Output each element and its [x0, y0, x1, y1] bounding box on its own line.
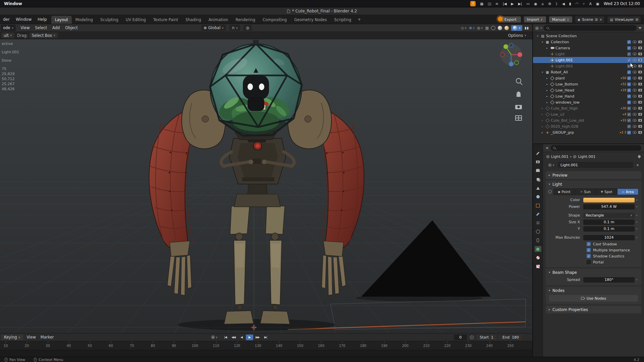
frame-start-field[interactable]: Start1: [477, 335, 496, 340]
new-viewlayer-icon[interactable]: ⊞: [636, 18, 638, 21]
scene-selector[interactable]: ◆ Scene ⊞ ×: [575, 16, 604, 23]
light-type-button[interactable]: ▼Spot: [596, 189, 618, 195]
expand-arrow-icon[interactable]: ▾: [541, 71, 544, 74]
checkbox[interactable]: ✓: [587, 242, 591, 246]
properties-tab[interactable]: [535, 211, 541, 217]
light-checkbox-row[interactable]: ✓ Portal: [587, 259, 641, 265]
exclude-checkbox[interactable]: ✓: [627, 125, 631, 128]
timeline-marker-menu[interactable]: Marker: [38, 335, 56, 340]
xray-toggle[interactable]: ▥: [485, 26, 489, 30]
animate-dot-icon[interactable]: [635, 199, 639, 200]
macos-status-icon[interactable]: ≡: [495, 2, 498, 6]
outliner-item-label[interactable]: Low_Hand: [555, 94, 626, 99]
hide-eye-icon[interactable]: [633, 71, 637, 73]
render-visibility-icon[interactable]: [638, 65, 642, 67]
outliner-item-label[interactable]: Low_Bottom: [555, 82, 620, 86]
transport-button[interactable]: ◀: [238, 335, 245, 340]
outliner-row[interactable]: ▸ Low_Hand ✓: [533, 93, 644, 99]
expand-arrow-icon[interactable]: ▸: [545, 89, 549, 92]
expand-arrow-icon[interactable]: ▸: [541, 113, 544, 116]
workspace-tab[interactable]: Shading: [182, 16, 205, 24]
macos-status-icon[interactable]: |◀: [503, 2, 507, 6]
macos-status-icon[interactable]: ᛒ: [555, 2, 557, 6]
outliner-item-label[interactable]: Collection: [551, 40, 626, 44]
expand-arrow-icon[interactable]: ▸: [545, 47, 549, 50]
workspace-tab[interactable]: Geometry Nodes: [290, 16, 330, 24]
use-nodes-button[interactable]: Use Nodes: [549, 295, 638, 302]
expand-arrow-icon[interactable]: ▸: [541, 107, 544, 110]
properties-tab[interactable]: [535, 168, 541, 174]
workspace-tab[interactable]: Layout: [51, 16, 72, 24]
outliner-row[interactable]: ▸ Low_Head 19 ✓: [533, 87, 644, 93]
exclude-checkbox[interactable]: ✓: [627, 107, 631, 110]
snap-toggle[interactable]: ∩ ∨: [229, 25, 240, 31]
macos-upload-icon[interactable]: ↑: [470, 1, 476, 6]
outliner-search-input[interactable]: [544, 25, 637, 31]
hide-eye-icon[interactable]: [633, 89, 637, 92]
pan-hand-icon[interactable]: [517, 92, 521, 97]
macos-status-icon[interactable]: ▣: [596, 2, 599, 6]
macos-status-icon[interactable]: ⌂: [541, 2, 544, 6]
unlink-button[interactable]: ×: [635, 162, 641, 168]
animate-dot-icon[interactable]: [635, 215, 639, 216]
expand-arrow-icon[interactable]: ▸: [541, 131, 544, 134]
macos-status-icon[interactable]: ◀: [562, 2, 565, 6]
outliner-row[interactable]: Light.001 ✓: [533, 57, 644, 63]
light-type-button[interactable]: ●Point: [554, 189, 575, 195]
outliner-item-label[interactable]: Light.002: [555, 64, 626, 68]
exclude-checkbox[interactable]: ✓: [627, 95, 631, 98]
outliner-editor-icon[interactable]: ▤: [535, 26, 538, 30]
outliner-item-label[interactable]: Robot_All: [551, 70, 626, 74]
navigation-gizmo[interactable]: [500, 43, 522, 66]
properties-tab[interactable]: [535, 159, 541, 165]
macos-status-icon[interactable]: A: [589, 2, 592, 6]
workspace-tab[interactable]: Texture Paint: [150, 16, 182, 24]
animate-dot-icon[interactable]: [635, 206, 639, 207]
properties-tab[interactable]: [535, 255, 541, 261]
expand-arrow-icon[interactable]: ▸: [545, 95, 549, 98]
macos-status-icon[interactable]: ⚙: [548, 2, 551, 6]
panel-custom-properties[interactable]: ▸Custom Properties: [546, 306, 641, 313]
timeline-tracks[interactable]: [0, 350, 532, 357]
viewport-menu-item[interactable]: Object: [62, 25, 80, 30]
properties-editor-icon[interactable]: ≡: [546, 146, 548, 150]
datablock-name-field[interactable]: Light.001: [558, 162, 633, 168]
exclude-checkbox[interactable]: ✓: [627, 52, 631, 56]
hide-eye-icon[interactable]: [633, 125, 637, 128]
transform-orientation-dropdown[interactable]: ⊕ Global ∨: [201, 25, 226, 31]
outliner-item-label[interactable]: Cute_Bot_Low_old: [551, 118, 620, 123]
exclude-checkbox[interactable]: ✓: [627, 88, 631, 92]
options-dropdown[interactable]: Options∨: [508, 33, 531, 38]
animate-dot-icon[interactable]: [635, 222, 639, 223]
size-x-field[interactable]: 0.1 m: [583, 220, 635, 225]
render-visibility-icon[interactable]: [638, 107, 642, 110]
light-type-button[interactable]: ▭Area: [618, 189, 638, 195]
outliner-item-label[interactable]: Light.001: [555, 58, 626, 62]
outliner-item-label[interactable]: Cute_Bot_High: [551, 106, 620, 111]
viewport-menu-item[interactable]: Add: [50, 25, 62, 30]
outliner-row[interactable]: Light ✓: [533, 51, 644, 57]
macos-status-icon[interactable]: ▶: [511, 2, 514, 6]
shape-dropdown[interactable]: Rectangle∨: [583, 213, 635, 218]
animate-dot-icon[interactable]: [635, 279, 639, 280]
properties-tab[interactable]: [535, 194, 541, 200]
expand-arrow-icon[interactable]: ▸: [541, 119, 544, 122]
macos-status-icon[interactable]: ◫: [488, 2, 491, 6]
drag-mode-dropdown[interactable]: Select Box∨: [30, 33, 58, 38]
outliner-item-label[interactable]: Camera: [555, 46, 626, 50]
outliner-row[interactable]: ▾ Collection ✓: [533, 39, 644, 45]
auto-keying-toggle[interactable]: ∨: [211, 336, 218, 339]
properties-tab[interactable]: [535, 176, 541, 182]
exclude-checkbox[interactable]: ✓: [627, 70, 631, 74]
expand-arrow-icon[interactable]: ▸: [545, 83, 549, 86]
animate-dot-icon[interactable]: [635, 228, 639, 229]
expand-arrow-icon[interactable]: ▸: [545, 101, 549, 104]
transport-button[interactable]: ▶|: [262, 335, 269, 340]
hide-eye-icon[interactable]: [633, 101, 637, 104]
macos-status-icon[interactable]: ▶|: [518, 2, 522, 6]
outliner-item-label[interactable]: _GROUP_grp: [551, 130, 619, 135]
exclude-checkbox[interactable]: ✓: [627, 76, 631, 80]
outliner-row[interactable]: ▸ Low_Bottom 52 ✓: [533, 81, 644, 87]
properties-tab[interactable]: [535, 202, 541, 208]
outliner-row[interactable]: ▸ Cute_Bot_Low_old 33 ✓: [533, 117, 644, 123]
